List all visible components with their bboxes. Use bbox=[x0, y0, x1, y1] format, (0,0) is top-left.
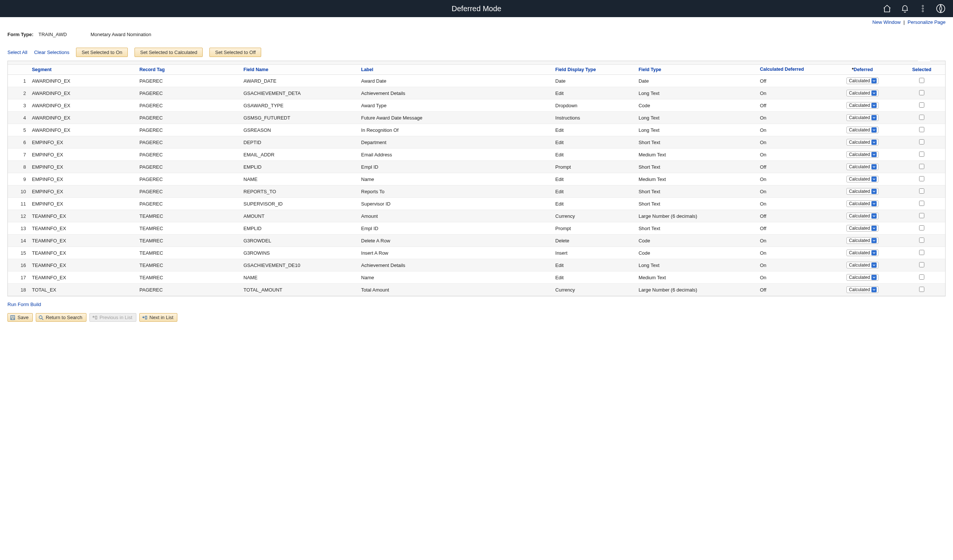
separator: | bbox=[903, 19, 905, 25]
cell-selected bbox=[898, 271, 945, 284]
table-row: 17TEAMINFO_EXTEAMRECNAMENameEditMedium T… bbox=[8, 271, 945, 284]
selected-checkbox[interactable] bbox=[919, 102, 924, 108]
run-form-build-link[interactable]: Run Form Build bbox=[8, 302, 41, 307]
selected-checkbox[interactable] bbox=[919, 213, 924, 218]
clear-selections-link[interactable]: Clear Selections bbox=[34, 50, 69, 55]
cell-field-name: NAME bbox=[241, 271, 359, 284]
deferred-select[interactable]: Calculated bbox=[846, 77, 878, 84]
cell-field-name: GSAWARD_TYPE bbox=[241, 99, 359, 112]
cell-display-type: Edit bbox=[553, 173, 636, 186]
deferred-select[interactable]: Calculated bbox=[846, 262, 878, 268]
cell-selected bbox=[898, 173, 945, 186]
selected-checkbox[interactable] bbox=[919, 139, 924, 144]
deferred-select[interactable]: Calculated bbox=[846, 139, 878, 145]
cell-calc-deferred: Off bbox=[757, 75, 826, 87]
cell-deferred: Calculated bbox=[826, 235, 899, 247]
deferred-select[interactable]: Calculated bbox=[846, 225, 878, 232]
deferred-value: Calculated bbox=[849, 275, 870, 280]
deferred-select[interactable]: Calculated bbox=[846, 286, 878, 293]
col-display-type[interactable]: Field Display Type bbox=[553, 65, 636, 75]
row-number: 14 bbox=[8, 235, 29, 247]
selected-checkbox[interactable] bbox=[919, 250, 924, 255]
selected-checkbox[interactable] bbox=[919, 238, 924, 243]
select-all-link[interactable]: Select All bbox=[8, 50, 27, 55]
selected-checkbox[interactable] bbox=[919, 152, 924, 157]
deferred-value: Calculated bbox=[849, 78, 870, 84]
personalize-page-link[interactable]: Personalize Page bbox=[908, 19, 945, 25]
save-button[interactable]: Save bbox=[8, 313, 33, 322]
selected-checkbox[interactable] bbox=[919, 78, 924, 83]
home-icon[interactable] bbox=[882, 4, 892, 13]
cell-record-tag: PAGEREC bbox=[137, 161, 240, 173]
deferred-select[interactable]: Calculated bbox=[846, 151, 878, 158]
col-record-tag[interactable]: Record Tag bbox=[137, 65, 240, 75]
selected-checkbox[interactable] bbox=[919, 189, 924, 193]
deferred-select[interactable]: Calculated bbox=[846, 164, 878, 170]
cell-label: Supervisor ID bbox=[358, 198, 552, 210]
return-to-search-button[interactable]: Return to Search bbox=[36, 313, 87, 322]
deferred-select[interactable]: Calculated bbox=[846, 274, 878, 281]
deferred-select[interactable]: Calculated bbox=[846, 188, 878, 195]
deferred-select[interactable]: Calculated bbox=[846, 90, 878, 96]
col-calc-deferred[interactable]: Calculated Deferred bbox=[757, 65, 826, 75]
cell-record-tag: PAGEREC bbox=[137, 87, 240, 99]
set-selected-calculated-button[interactable]: Set Selected to Calculated bbox=[135, 48, 203, 57]
selected-checkbox[interactable] bbox=[919, 201, 924, 206]
selected-checkbox[interactable] bbox=[919, 114, 924, 120]
col-field-name[interactable]: Field Name bbox=[241, 65, 359, 75]
deferred-value: Calculated bbox=[849, 127, 870, 133]
cell-field-name: EMPLID bbox=[241, 222, 359, 235]
cell-label: Email Address bbox=[358, 149, 552, 161]
next-label: Next in List bbox=[149, 315, 173, 320]
table-header-row: Segment Record Tag Field Name Label Fiel… bbox=[8, 65, 945, 75]
col-field-type[interactable]: Field Type bbox=[636, 65, 757, 75]
cell-field-name: NAME bbox=[241, 173, 359, 186]
deferred-select[interactable]: Calculated bbox=[846, 237, 878, 244]
cell-selected bbox=[898, 210, 945, 222]
cell-deferred: Calculated bbox=[826, 136, 899, 149]
deferred-value: Calculated bbox=[849, 90, 870, 96]
chevron-down-icon bbox=[871, 115, 877, 120]
actions-menu-icon[interactable] bbox=[918, 4, 928, 13]
nav-icon[interactable] bbox=[936, 4, 945, 13]
chevron-down-icon bbox=[871, 189, 877, 194]
deferred-select[interactable]: Calculated bbox=[846, 249, 878, 256]
col-selected[interactable]: Selected bbox=[898, 65, 945, 75]
selected-checkbox[interactable] bbox=[919, 176, 924, 181]
selected-checkbox[interactable] bbox=[919, 225, 924, 230]
chevron-down-icon bbox=[871, 275, 877, 280]
cell-field-type: Long Text bbox=[636, 259, 757, 271]
row-number: 13 bbox=[8, 222, 29, 235]
deferred-select[interactable]: Calculated bbox=[846, 127, 878, 133]
return-label: Return to Search bbox=[46, 315, 82, 320]
cell-label: Insert A Row bbox=[358, 247, 552, 259]
selected-checkbox[interactable] bbox=[919, 262, 924, 267]
after-grid: Run Form Build bbox=[8, 302, 945, 307]
deferred-select[interactable]: Calculated bbox=[846, 102, 878, 109]
col-label[interactable]: Label bbox=[358, 65, 552, 75]
cell-calc-deferred: On bbox=[757, 259, 826, 271]
cell-display-type: Edit bbox=[553, 149, 636, 161]
deferred-select[interactable]: Calculated bbox=[846, 176, 878, 183]
deferred-select[interactable]: Calculated bbox=[846, 213, 878, 219]
next-in-list-button[interactable]: Next in List bbox=[139, 313, 177, 322]
cell-selected bbox=[898, 198, 945, 210]
cell-segment: AWARDINFO_EX bbox=[29, 75, 137, 87]
col-deferred[interactable]: *Deferred bbox=[826, 65, 899, 75]
new-window-link[interactable]: New Window bbox=[872, 19, 901, 25]
set-selected-off-button[interactable]: Set Selected to Off bbox=[210, 48, 261, 57]
deferred-select[interactable]: Calculated bbox=[846, 114, 878, 121]
cell-display-type: Edit bbox=[553, 198, 636, 210]
selected-checkbox[interactable] bbox=[919, 274, 924, 280]
deferred-select[interactable]: Calculated bbox=[846, 200, 878, 207]
set-selected-on-button[interactable]: Set Selected to On bbox=[76, 48, 128, 57]
notifications-icon[interactable] bbox=[900, 4, 910, 13]
chevron-down-icon bbox=[871, 140, 877, 145]
selected-checkbox[interactable] bbox=[919, 90, 924, 95]
cell-display-type: Edit bbox=[553, 186, 636, 198]
col-segment[interactable]: Segment bbox=[29, 65, 137, 75]
selected-checkbox[interactable] bbox=[919, 127, 924, 132]
cell-field-type: Long Text bbox=[636, 124, 757, 136]
selected-checkbox[interactable] bbox=[919, 164, 924, 169]
selected-checkbox[interactable] bbox=[919, 287, 924, 292]
